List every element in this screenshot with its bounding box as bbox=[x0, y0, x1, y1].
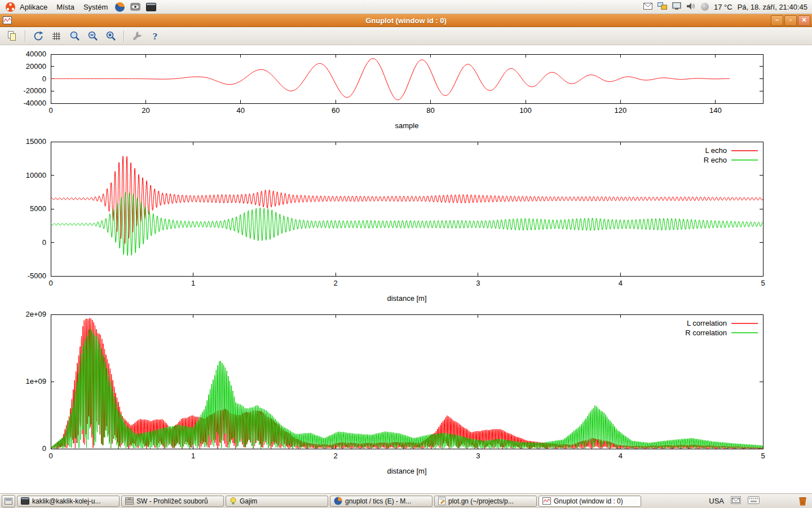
svg-text:5: 5 bbox=[761, 279, 765, 287]
svg-text:40: 40 bbox=[237, 106, 245, 115]
svg-text:3: 3 bbox=[476, 452, 480, 460]
svg-text:?: ? bbox=[153, 31, 158, 42]
firefox-launcher-icon[interactable] bbox=[115, 2, 125, 12]
toolbar-separator bbox=[25, 30, 25, 42]
svg-text:15000: 15000 bbox=[26, 137, 46, 146]
gnuplot-toolbar: ? bbox=[0, 27, 812, 45]
gajim-icon bbox=[230, 497, 237, 505]
keyboard-indicator-icon[interactable] bbox=[748, 496, 760, 506]
task-label: plot.gn (~/projects/p... bbox=[448, 497, 514, 505]
task-label: Gajim bbox=[240, 497, 257, 505]
task-label: kaklik@kaklik-kolej-u... bbox=[32, 497, 101, 505]
svg-text:L correlation: L correlation bbox=[687, 319, 727, 327]
svg-text:L echo: L echo bbox=[705, 146, 727, 155]
close-button[interactable]: ✕ bbox=[798, 15, 810, 26]
svg-text:distance [m]: distance [m] bbox=[387, 467, 426, 475]
svg-text:3: 3 bbox=[476, 279, 480, 287]
svg-text:1e+09: 1e+09 bbox=[25, 377, 46, 386]
svg-text:2e+09: 2e+09 bbox=[25, 310, 46, 318]
svg-text:5000: 5000 bbox=[30, 204, 46, 213]
zoom-region-button[interactable] bbox=[67, 29, 82, 43]
svg-text:20000: 20000 bbox=[26, 62, 46, 71]
panel-menus: Aplikace Místa Systém bbox=[0, 1, 159, 14]
taskbar-item-gnuplot[interactable]: Gnuplot (window id : 0) bbox=[539, 496, 641, 507]
taskbar-item-gajim[interactable]: Gajim bbox=[226, 496, 328, 507]
toolbar-separator bbox=[123, 30, 124, 42]
clock[interactable]: Pá, 18. září, 21:40:45 bbox=[738, 3, 807, 11]
help-button[interactable]: ? bbox=[148, 29, 162, 43]
firefox-icon bbox=[334, 497, 342, 505]
svg-text:1: 1 bbox=[191, 279, 195, 287]
gnuplot-icon bbox=[542, 497, 551, 505]
zoom-out-button[interactable] bbox=[85, 29, 100, 43]
plot-canvas: 020406080100120140-40000-200000200004000… bbox=[0, 45, 812, 493]
window-title: Gnuplot (window id : 0) bbox=[0, 16, 812, 25]
svg-text:0: 0 bbox=[42, 444, 46, 453]
system-tray: 17 °C Pá, 18. září, 21:40:45 bbox=[643, 2, 812, 12]
svg-text:20: 20 bbox=[142, 106, 149, 115]
options-wrench-button[interactable] bbox=[130, 29, 144, 43]
chart-sample-waveform[interactable]: 020406080100120140-40000-200000200004000… bbox=[0, 45, 812, 131]
svg-text:sample: sample bbox=[395, 121, 419, 130]
svg-text:100: 100 bbox=[519, 106, 532, 115]
ubuntu-logo-icon[interactable] bbox=[6, 2, 15, 12]
show-desktop-button[interactable] bbox=[2, 495, 15, 507]
taskbar-item-firefox[interactable]: gnuplot / tics (E) - M... bbox=[330, 496, 433, 507]
network-icon[interactable] bbox=[657, 2, 667, 11]
text-editor-icon bbox=[438, 497, 445, 505]
svg-text:4: 4 bbox=[619, 279, 623, 287]
file-manager-icon bbox=[125, 497, 134, 505]
svg-text:1: 1 bbox=[191, 452, 195, 460]
svg-text:80: 80 bbox=[426, 106, 434, 115]
svg-text:0: 0 bbox=[48, 106, 52, 115]
weather-icon[interactable] bbox=[701, 3, 709, 11]
svg-text:-40000: -40000 bbox=[24, 99, 46, 107]
svg-text:0: 0 bbox=[48, 279, 52, 287]
copy-to-clipboard-button[interactable] bbox=[5, 29, 19, 43]
svg-text:0: 0 bbox=[42, 75, 46, 83]
temperature-label[interactable]: 17 °C bbox=[714, 3, 732, 11]
window-titlebar[interactable]: Gnuplot (window id : 0) – ▫ ✕ bbox=[0, 14, 812, 27]
desktop: Aplikace Místa Systém 17 °C Pá, 18. září… bbox=[0, 0, 812, 508]
eye-icon[interactable] bbox=[130, 3, 140, 11]
svg-text:2: 2 bbox=[334, 279, 338, 287]
chart-correlation[interactable]: 01234501e+092e+09distance [m]L correlati… bbox=[0, 309, 812, 478]
grid-toggle-button[interactable] bbox=[49, 29, 64, 43]
svg-text:2: 2 bbox=[334, 452, 338, 460]
bottom-tray: USA bbox=[709, 496, 810, 506]
display-icon[interactable] bbox=[672, 2, 681, 11]
svg-text:0: 0 bbox=[42, 238, 46, 247]
task-label: gnuplot / tics (E) - M... bbox=[345, 497, 411, 505]
svg-text:5: 5 bbox=[761, 452, 765, 460]
svg-text:10000: 10000 bbox=[26, 171, 46, 179]
svg-text:140: 140 bbox=[709, 106, 722, 115]
svg-text:40000: 40000 bbox=[26, 50, 46, 58]
maximize-button[interactable]: ▫ bbox=[784, 15, 797, 26]
svg-text:-20000: -20000 bbox=[24, 86, 46, 95]
replot-button[interactable] bbox=[31, 29, 46, 43]
menu-applications[interactable]: Aplikace bbox=[15, 1, 52, 14]
mail-notifier-icon[interactable] bbox=[731, 496, 741, 506]
taskbar-item-terminal[interactable]: kaklik@kaklik-kolej-u... bbox=[17, 496, 120, 507]
terminal-icon bbox=[21, 497, 29, 505]
task-label: Gnuplot (window id : 0) bbox=[554, 497, 623, 505]
svg-text:-5000: -5000 bbox=[28, 271, 46, 280]
menu-places[interactable]: Místa bbox=[52, 1, 79, 14]
terminal-launcher-icon[interactable] bbox=[146, 3, 156, 11]
svg-text:R echo: R echo bbox=[704, 156, 727, 164]
trash-icon[interactable] bbox=[797, 496, 808, 506]
mail-tray-icon[interactable] bbox=[643, 3, 652, 11]
svg-text:60: 60 bbox=[332, 106, 339, 115]
gnome-top-panel: Aplikace Místa Systém 17 °C Pá, 18. září… bbox=[0, 0, 812, 14]
volume-icon[interactable] bbox=[686, 2, 696, 12]
minimize-button[interactable]: – bbox=[771, 15, 783, 26]
gnuplot-window-icon bbox=[3, 16, 12, 24]
svg-text:0: 0 bbox=[48, 452, 52, 460]
taskbar-item-editor[interactable]: plot.gn (~/projects/p... bbox=[434, 496, 537, 507]
svg-text:R correlation: R correlation bbox=[685, 329, 727, 337]
taskbar-item-file-manager[interactable]: SW - Prohlížeč souborů bbox=[121, 496, 224, 507]
zoom-in-button[interactable] bbox=[103, 29, 118, 43]
chart-echo-signals[interactable]: 012345-5000050001000015000distance [m]L … bbox=[0, 135, 812, 305]
menu-system[interactable]: Systém bbox=[79, 1, 112, 14]
keyboard-layout-indicator[interactable]: USA bbox=[709, 497, 724, 505]
